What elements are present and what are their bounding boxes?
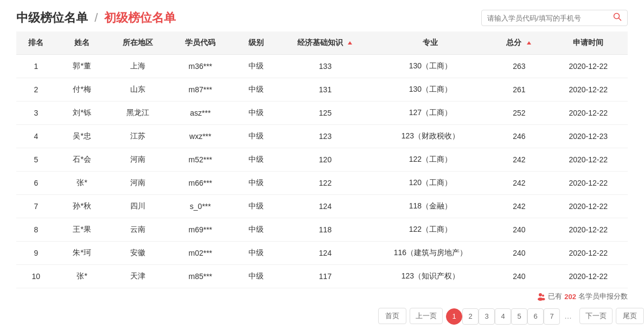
table-cell: 付*梅 — [56, 78, 109, 102]
table-cell: 四川 — [109, 195, 168, 218]
table-cell: 2020-12-22 — [549, 172, 628, 195]
table-cell: 中级 — [233, 148, 279, 172]
first-page-button[interactable]: 首页 — [378, 308, 406, 324]
col-name: 姓名 — [56, 31, 109, 55]
user-icon — [537, 292, 546, 301]
table-cell: 2020-12-22 — [549, 218, 628, 242]
table-cell: 240 — [489, 218, 549, 242]
table-cell: 2020-12-22 — [549, 265, 628, 288]
table-cell: s_0*** — [168, 195, 233, 218]
table-cell: 118（金融） — [371, 195, 489, 218]
table-cell: m69*** — [168, 218, 233, 242]
pagination: 首页 上一页 1234567… 下一页 尾页 — [378, 303, 644, 329]
table-cell: 中级 — [233, 195, 279, 218]
title-separator: / — [94, 11, 98, 24]
svg-marker-3 — [527, 41, 531, 45]
pagination-wrapper: 已有 202 名学员申报分数 首页 上一页 1234567… 下一页 尾页 — [0, 288, 644, 329]
table-cell: 116（建筑与房地产） — [371, 242, 489, 265]
table-cell: 3 — [16, 102, 56, 125]
col-apply-time-label: 申请时间 — [573, 38, 603, 47]
table-cell: 261 — [489, 78, 549, 102]
table-cell: 朱*珂 — [56, 242, 109, 265]
table-cell: 122（工商） — [371, 218, 489, 242]
col-total[interactable]: 总分 — [489, 31, 549, 55]
table-cell: 中级 — [233, 172, 279, 195]
table-cell: wxz*** — [168, 125, 233, 148]
page-number-2[interactable]: 2 — [462, 308, 479, 325]
table-cell: 上海 — [109, 55, 168, 78]
table-cell: 郭*董 — [56, 55, 109, 78]
table-cell: 131 — [279, 78, 372, 102]
sub-title: 初级榜位名单 — [104, 11, 176, 24]
page-number-6[interactable]: 6 — [527, 308, 544, 325]
col-econ[interactable]: 经济基础知识 — [279, 31, 372, 55]
svg-point-7 — [541, 298, 545, 300]
search-icon — [613, 12, 622, 21]
table-cell: 4 — [16, 125, 56, 148]
search-bar[interactable] — [481, 10, 628, 26]
col-student-code-label: 学员代码 — [185, 38, 215, 47]
table-row: 9朱*珂安徽m02***中级124116（建筑与房地产）2402020-12-2… — [16, 242, 628, 265]
table-cell: 124 — [279, 195, 372, 218]
page-title: 中级榜位名单 / 初级榜位名单 — [16, 10, 176, 26]
table-cell: 7 — [16, 195, 56, 218]
next-page-button[interactable]: 下一页 — [579, 308, 613, 324]
table-cell: 中级 — [233, 218, 279, 242]
page-wrapper: 中级榜位名单 / 初级榜位名单 排名 姓名 — [0, 0, 644, 329]
table-cell: 120（工商） — [371, 172, 489, 195]
table-cell: 安徽 — [109, 242, 168, 265]
table-cell: 中级 — [233, 265, 279, 288]
page-number-7[interactable]: 7 — [544, 308, 560, 325]
table-row: 2付*梅山东m87***中级131130（工商）2612020-12-22 — [16, 78, 628, 102]
table-cell: 252 — [489, 102, 549, 125]
table-cell: 246 — [489, 125, 549, 148]
table-cell: 2 — [16, 78, 56, 102]
table-header: 排名 姓名 所在地区 学员代码 级别 经济基础知识 — [16, 31, 628, 55]
table-cell: 河南 — [109, 172, 168, 195]
count-suffix: 名学员申报分数 — [578, 292, 628, 301]
col-region: 所在地区 — [109, 31, 168, 55]
prev-page-button[interactable]: 上一页 — [410, 308, 443, 324]
table-cell: 中级 — [233, 78, 279, 102]
table-cell: 石*会 — [56, 148, 109, 172]
econ-sort-icon[interactable] — [347, 40, 353, 46]
table-cell: 1 — [16, 55, 56, 78]
table-cell: m87*** — [168, 78, 233, 102]
table-cell: 刘*铄 — [56, 102, 109, 125]
page-number-5[interactable]: 5 — [511, 308, 527, 325]
table-body: 1郭*董上海m36***中级133130（工商）2632020-12-222付*… — [16, 55, 628, 288]
table-cell: 130（工商） — [371, 78, 489, 102]
table-cell: 孙*秋 — [56, 195, 109, 218]
svg-marker-2 — [348, 41, 352, 45]
table-row: 3刘*铄黑龙江asz***中级125127（工商）2522020-12-22 — [16, 102, 628, 125]
table-row: 4吴*忠江苏wxz***中级123123（财政税收）2462020-12-23 — [16, 125, 628, 148]
table-cell: 6 — [16, 172, 56, 195]
search-button[interactable] — [613, 12, 622, 23]
table-cell: 王*果 — [56, 218, 109, 242]
total-sort-icon[interactable] — [526, 40, 532, 46]
svg-point-6 — [542, 295, 544, 297]
table-cell: m66*** — [168, 172, 233, 195]
table-cell: 中级 — [233, 242, 279, 265]
table-cell: 吴*忠 — [56, 125, 109, 148]
table-cell: 124 — [279, 242, 372, 265]
page-number-4[interactable]: 4 — [495, 308, 511, 325]
table-cell: 123 — [279, 125, 372, 148]
search-input[interactable] — [487, 14, 613, 22]
table-cell: m36*** — [168, 55, 233, 78]
table-cell: 118 — [279, 218, 372, 242]
count-number: 202 — [564, 293, 576, 301]
page-number-3[interactable]: 3 — [479, 308, 495, 325]
table-cell: 125 — [279, 102, 372, 125]
header: 中级榜位名单 / 初级榜位名单 — [0, 0, 644, 31]
col-rank-label: 排名 — [28, 38, 43, 47]
table-cell: 天津 — [109, 265, 168, 288]
table-cell: 130（工商） — [371, 55, 489, 78]
table-cell: 10 — [16, 265, 56, 288]
col-level-label: 级别 — [248, 38, 264, 47]
page-number-1[interactable]: 1 — [446, 308, 462, 325]
last-page-button[interactable]: 尾页 — [616, 308, 644, 324]
col-name-label: 姓名 — [74, 38, 90, 47]
table-cell: 242 — [489, 148, 549, 172]
count-prefix: 已有 — [548, 292, 562, 301]
